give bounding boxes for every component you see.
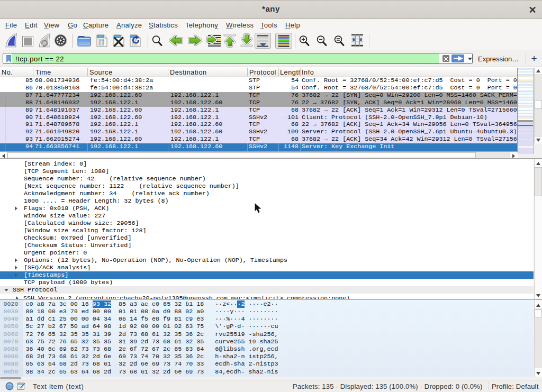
svg-text:0111: 0111 <box>98 43 104 46</box>
svg-text:0111: 0111 <box>132 43 138 46</box>
